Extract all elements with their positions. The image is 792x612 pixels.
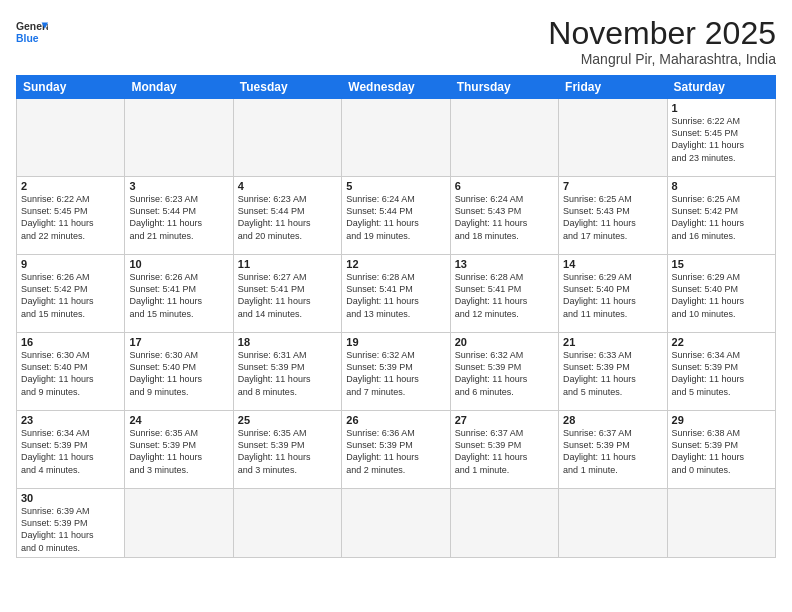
day-cell: 11Sunrise: 6:27 AM Sunset: 5:41 PM Dayli… bbox=[233, 255, 341, 333]
day-info: Sunrise: 6:37 AM Sunset: 5:39 PM Dayligh… bbox=[455, 427, 554, 476]
day-info: Sunrise: 6:27 AM Sunset: 5:41 PM Dayligh… bbox=[238, 271, 337, 320]
week-row-5: 30Sunrise: 6:39 AM Sunset: 5:39 PM Dayli… bbox=[17, 489, 776, 558]
day-number: 9 bbox=[21, 258, 120, 270]
day-cell: 14Sunrise: 6:29 AM Sunset: 5:40 PM Dayli… bbox=[559, 255, 667, 333]
day-number: 17 bbox=[129, 336, 228, 348]
week-row-1: 2Sunrise: 6:22 AM Sunset: 5:45 PM Daylig… bbox=[17, 177, 776, 255]
day-number: 2 bbox=[21, 180, 120, 192]
day-number: 7 bbox=[563, 180, 662, 192]
weekday-sunday: Sunday bbox=[17, 76, 125, 99]
day-cell: 13Sunrise: 6:28 AM Sunset: 5:41 PM Dayli… bbox=[450, 255, 558, 333]
day-cell: 29Sunrise: 6:38 AM Sunset: 5:39 PM Dayli… bbox=[667, 411, 775, 489]
day-cell bbox=[450, 489, 558, 558]
day-cell: 5Sunrise: 6:24 AM Sunset: 5:44 PM Daylig… bbox=[342, 177, 450, 255]
day-number: 25 bbox=[238, 414, 337, 426]
day-number: 30 bbox=[21, 492, 120, 504]
weekday-wednesday: Wednesday bbox=[342, 76, 450, 99]
logo: General Blue bbox=[16, 16, 48, 48]
week-row-0: 1Sunrise: 6:22 AM Sunset: 5:45 PM Daylig… bbox=[17, 99, 776, 177]
day-cell: 25Sunrise: 6:35 AM Sunset: 5:39 PM Dayli… bbox=[233, 411, 341, 489]
day-cell: 23Sunrise: 6:34 AM Sunset: 5:39 PM Dayli… bbox=[17, 411, 125, 489]
day-info: Sunrise: 6:35 AM Sunset: 5:39 PM Dayligh… bbox=[238, 427, 337, 476]
day-number: 14 bbox=[563, 258, 662, 270]
day-number: 8 bbox=[672, 180, 771, 192]
day-info: Sunrise: 6:28 AM Sunset: 5:41 PM Dayligh… bbox=[346, 271, 445, 320]
week-row-3: 16Sunrise: 6:30 AM Sunset: 5:40 PM Dayli… bbox=[17, 333, 776, 411]
day-info: Sunrise: 6:22 AM Sunset: 5:45 PM Dayligh… bbox=[21, 193, 120, 242]
weekday-tuesday: Tuesday bbox=[233, 76, 341, 99]
day-number: 12 bbox=[346, 258, 445, 270]
generalblue-icon: General Blue bbox=[16, 16, 48, 48]
day-info: Sunrise: 6:33 AM Sunset: 5:39 PM Dayligh… bbox=[563, 349, 662, 398]
day-cell bbox=[125, 489, 233, 558]
day-cell bbox=[233, 489, 341, 558]
page: General Blue November 2025 Mangrul Pir, … bbox=[0, 0, 792, 612]
day-cell bbox=[233, 99, 341, 177]
day-info: Sunrise: 6:26 AM Sunset: 5:41 PM Dayligh… bbox=[129, 271, 228, 320]
day-number: 3 bbox=[129, 180, 228, 192]
day-number: 24 bbox=[129, 414, 228, 426]
day-cell: 19Sunrise: 6:32 AM Sunset: 5:39 PM Dayli… bbox=[342, 333, 450, 411]
day-cell: 12Sunrise: 6:28 AM Sunset: 5:41 PM Dayli… bbox=[342, 255, 450, 333]
day-cell: 1Sunrise: 6:22 AM Sunset: 5:45 PM Daylig… bbox=[667, 99, 775, 177]
day-number: 4 bbox=[238, 180, 337, 192]
day-cell: 7Sunrise: 6:25 AM Sunset: 5:43 PM Daylig… bbox=[559, 177, 667, 255]
day-number: 16 bbox=[21, 336, 120, 348]
day-info: Sunrise: 6:29 AM Sunset: 5:40 PM Dayligh… bbox=[672, 271, 771, 320]
day-cell: 26Sunrise: 6:36 AM Sunset: 5:39 PM Dayli… bbox=[342, 411, 450, 489]
weekday-saturday: Saturday bbox=[667, 76, 775, 99]
day-number: 13 bbox=[455, 258, 554, 270]
day-info: Sunrise: 6:23 AM Sunset: 5:44 PM Dayligh… bbox=[238, 193, 337, 242]
weekday-monday: Monday bbox=[125, 76, 233, 99]
day-info: Sunrise: 6:23 AM Sunset: 5:44 PM Dayligh… bbox=[129, 193, 228, 242]
day-info: Sunrise: 6:24 AM Sunset: 5:44 PM Dayligh… bbox=[346, 193, 445, 242]
day-info: Sunrise: 6:25 AM Sunset: 5:43 PM Dayligh… bbox=[563, 193, 662, 242]
day-cell: 21Sunrise: 6:33 AM Sunset: 5:39 PM Dayli… bbox=[559, 333, 667, 411]
day-info: Sunrise: 6:32 AM Sunset: 5:39 PM Dayligh… bbox=[455, 349, 554, 398]
day-cell: 6Sunrise: 6:24 AM Sunset: 5:43 PM Daylig… bbox=[450, 177, 558, 255]
day-cell: 30Sunrise: 6:39 AM Sunset: 5:39 PM Dayli… bbox=[17, 489, 125, 558]
day-info: Sunrise: 6:30 AM Sunset: 5:40 PM Dayligh… bbox=[21, 349, 120, 398]
day-info: Sunrise: 6:39 AM Sunset: 5:39 PM Dayligh… bbox=[21, 505, 120, 554]
day-number: 27 bbox=[455, 414, 554, 426]
weekday-thursday: Thursday bbox=[450, 76, 558, 99]
day-cell: 22Sunrise: 6:34 AM Sunset: 5:39 PM Dayli… bbox=[667, 333, 775, 411]
day-cell: 2Sunrise: 6:22 AM Sunset: 5:45 PM Daylig… bbox=[17, 177, 125, 255]
calendar: SundayMondayTuesdayWednesdayThursdayFrid… bbox=[16, 75, 776, 558]
day-cell bbox=[559, 489, 667, 558]
week-row-4: 23Sunrise: 6:34 AM Sunset: 5:39 PM Dayli… bbox=[17, 411, 776, 489]
day-number: 23 bbox=[21, 414, 120, 426]
day-number: 15 bbox=[672, 258, 771, 270]
day-cell bbox=[342, 489, 450, 558]
day-cell: 15Sunrise: 6:29 AM Sunset: 5:40 PM Dayli… bbox=[667, 255, 775, 333]
location: Mangrul Pir, Maharashtra, India bbox=[548, 51, 776, 67]
day-cell bbox=[125, 99, 233, 177]
day-cell bbox=[667, 489, 775, 558]
day-info: Sunrise: 6:31 AM Sunset: 5:39 PM Dayligh… bbox=[238, 349, 337, 398]
month-title: November 2025 bbox=[548, 16, 776, 51]
day-info: Sunrise: 6:28 AM Sunset: 5:41 PM Dayligh… bbox=[455, 271, 554, 320]
title-block: November 2025 Mangrul Pir, Maharashtra, … bbox=[548, 16, 776, 67]
day-number: 28 bbox=[563, 414, 662, 426]
day-cell bbox=[17, 99, 125, 177]
day-number: 11 bbox=[238, 258, 337, 270]
weekday-friday: Friday bbox=[559, 76, 667, 99]
day-number: 29 bbox=[672, 414, 771, 426]
svg-text:Blue: Blue bbox=[16, 33, 39, 44]
day-cell: 27Sunrise: 6:37 AM Sunset: 5:39 PM Dayli… bbox=[450, 411, 558, 489]
day-cell: 18Sunrise: 6:31 AM Sunset: 5:39 PM Dayli… bbox=[233, 333, 341, 411]
day-info: Sunrise: 6:22 AM Sunset: 5:45 PM Dayligh… bbox=[672, 115, 771, 164]
day-info: Sunrise: 6:35 AM Sunset: 5:39 PM Dayligh… bbox=[129, 427, 228, 476]
day-number: 26 bbox=[346, 414, 445, 426]
day-number: 5 bbox=[346, 180, 445, 192]
day-info: Sunrise: 6:32 AM Sunset: 5:39 PM Dayligh… bbox=[346, 349, 445, 398]
header: General Blue November 2025 Mangrul Pir, … bbox=[16, 16, 776, 67]
day-number: 21 bbox=[563, 336, 662, 348]
day-cell: 24Sunrise: 6:35 AM Sunset: 5:39 PM Dayli… bbox=[125, 411, 233, 489]
day-info: Sunrise: 6:30 AM Sunset: 5:40 PM Dayligh… bbox=[129, 349, 228, 398]
day-cell: 4Sunrise: 6:23 AM Sunset: 5:44 PM Daylig… bbox=[233, 177, 341, 255]
day-info: Sunrise: 6:26 AM Sunset: 5:42 PM Dayligh… bbox=[21, 271, 120, 320]
day-cell: 20Sunrise: 6:32 AM Sunset: 5:39 PM Dayli… bbox=[450, 333, 558, 411]
day-number: 1 bbox=[672, 102, 771, 114]
day-cell bbox=[342, 99, 450, 177]
